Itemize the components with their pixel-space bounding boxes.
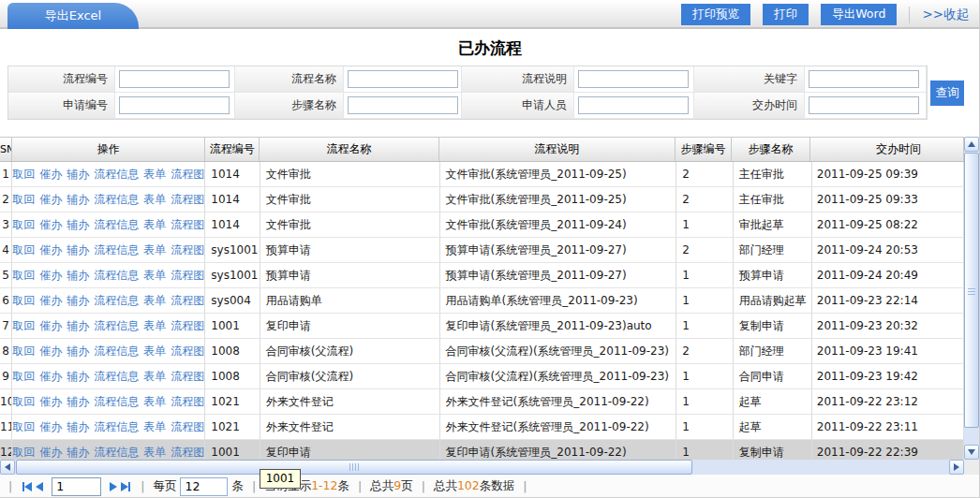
action-link-assist[interactable]: 辅办	[67, 263, 89, 287]
action-link-urge[interactable]: 催办	[39, 415, 62, 439]
action-link-flow-chart[interactable]: 流程图	[171, 212, 204, 237]
action-link-assist[interactable]: 辅办	[67, 440, 89, 460]
action-link-retrieve[interactable]: 取回	[12, 389, 35, 414]
first-page-button[interactable]	[21, 482, 34, 491]
action-link-process-info[interactable]: 流程信息	[94, 314, 139, 338]
action-link-flow-chart[interactable]: 流程图	[171, 263, 204, 287]
action-link-flow-chart[interactable]: 流程图	[171, 288, 204, 313]
export-word-button[interactable]: 导出Word	[821, 4, 897, 25]
scroll-left-button[interactable]	[0, 460, 15, 475]
action-link-retrieve[interactable]: 取回	[12, 339, 35, 363]
next-page-button[interactable]	[108, 482, 119, 491]
action-link-retrieve[interactable]: 取回	[12, 238, 35, 262]
apply-code-input[interactable]	[119, 96, 230, 114]
print-preview-button[interactable]: 打印预览	[681, 4, 750, 25]
collapse-link[interactable]: >>收起	[922, 7, 969, 23]
action-link-form[interactable]: 表单	[143, 389, 166, 414]
action-link-assist[interactable]: 辅办	[67, 389, 89, 414]
action-link-urge[interactable]: 催办	[39, 187, 62, 212]
action-link-assist[interactable]: 辅办	[67, 238, 89, 262]
action-link-retrieve[interactable]: 取回	[12, 263, 35, 287]
action-link-retrieve[interactable]: 取回	[12, 212, 35, 237]
process-code-input[interactable]	[119, 70, 230, 88]
action-link-urge[interactable]: 催办	[39, 339, 62, 363]
tab-export-excel[interactable]: 导出Excel	[7, 3, 139, 29]
action-link-urge[interactable]: 催办	[39, 314, 62, 338]
action-link-process-info[interactable]: 流程信息	[94, 415, 139, 439]
horizontal-scrollbar[interactable]	[0, 460, 964, 475]
action-link-retrieve[interactable]: 取回	[12, 314, 35, 338]
action-link-urge[interactable]: 催办	[39, 389, 62, 414]
process-desc-input[interactable]	[578, 70, 689, 88]
action-link-retrieve[interactable]: 取回	[12, 415, 35, 439]
action-link-flow-chart[interactable]: 流程图	[171, 440, 204, 460]
action-link-process-info[interactable]: 流程信息	[94, 263, 139, 287]
action-link-assist[interactable]: 辅办	[67, 162, 89, 186]
action-link-form[interactable]: 表单	[143, 162, 166, 186]
action-link-form[interactable]: 表单	[143, 415, 166, 439]
process-name-input[interactable]	[348, 70, 458, 88]
print-button[interactable]: 打印	[763, 4, 809, 25]
action-link-form[interactable]: 表单	[143, 440, 166, 460]
per-page-input[interactable]	[180, 477, 228, 496]
action-link-assist[interactable]: 辅办	[67, 364, 89, 388]
action-link-form[interactable]: 表单	[143, 187, 166, 212]
step-name-input[interactable]	[348, 96, 458, 114]
applicant-input[interactable]	[578, 96, 689, 114]
scroll-right-button[interactable]	[949, 460, 964, 475]
vertical-scroll-thumb[interactable]	[964, 153, 979, 428]
action-link-form[interactable]: 表单	[143, 339, 166, 363]
action-link-urge[interactable]: 催办	[39, 263, 62, 287]
action-link-process-info[interactable]: 流程信息	[94, 187, 139, 212]
action-link-process-info[interactable]: 流程信息	[94, 162, 139, 186]
action-link-form[interactable]: 表单	[143, 212, 166, 237]
action-link-flow-chart[interactable]: 流程图	[171, 339, 204, 363]
horizontal-scroll-thumb[interactable]	[16, 460, 692, 475]
action-link-retrieve[interactable]: 取回	[12, 440, 35, 460]
action-link-process-info[interactable]: 流程信息	[94, 440, 139, 460]
action-link-form[interactable]: 表单	[143, 238, 166, 262]
assign-time-input[interactable]	[809, 96, 919, 114]
action-link-flow-chart[interactable]: 流程图	[171, 187, 204, 212]
action-link-assist[interactable]: 辅办	[67, 314, 89, 338]
action-link-retrieve[interactable]: 取回	[12, 364, 35, 388]
action-link-assist[interactable]: 辅办	[67, 288, 89, 313]
action-link-flow-chart[interactable]: 流程图	[171, 314, 204, 338]
action-link-form[interactable]: 表单	[143, 314, 166, 338]
action-link-flow-chart[interactable]: 流程图	[171, 162, 204, 186]
action-link-flow-chart[interactable]: 流程图	[171, 415, 204, 439]
action-link-flow-chart[interactable]: 流程图	[171, 238, 204, 262]
action-link-assist[interactable]: 辅办	[67, 187, 89, 212]
scroll-down-button[interactable]	[964, 445, 979, 460]
prev-page-button[interactable]	[34, 482, 45, 491]
query-button[interactable]: 查询	[930, 81, 964, 106]
action-link-assist[interactable]: 辅办	[67, 212, 89, 237]
action-link-retrieve[interactable]: 取回	[12, 187, 35, 212]
action-link-urge[interactable]: 催办	[39, 212, 62, 237]
action-link-form[interactable]: 表单	[143, 263, 166, 287]
action-link-process-info[interactable]: 流程信息	[94, 389, 139, 414]
action-link-process-info[interactable]: 流程信息	[94, 238, 139, 262]
action-link-process-info[interactable]: 流程信息	[94, 339, 139, 363]
action-link-flow-chart[interactable]: 流程图	[171, 364, 204, 388]
action-link-retrieve[interactable]: 取回	[12, 162, 35, 186]
action-link-urge[interactable]: 催办	[39, 364, 62, 388]
action-link-form[interactable]: 表单	[143, 288, 166, 313]
action-link-process-info[interactable]: 流程信息	[94, 364, 139, 388]
action-link-assist[interactable]: 辅办	[67, 339, 89, 363]
action-link-process-info[interactable]: 流程信息	[94, 288, 139, 313]
vertical-scrollbar[interactable]	[964, 137, 979, 460]
last-page-button[interactable]	[119, 482, 132, 491]
action-link-urge[interactable]: 催办	[39, 288, 62, 313]
action-link-assist[interactable]: 辅办	[67, 415, 89, 439]
page-number-input[interactable]	[52, 477, 101, 496]
action-link-form[interactable]: 表单	[143, 364, 166, 388]
action-link-process-info[interactable]: 流程信息	[94, 212, 139, 237]
scroll-up-button[interactable]	[964, 137, 979, 152]
action-link-urge[interactable]: 催办	[39, 238, 62, 262]
action-link-urge[interactable]: 催办	[39, 162, 62, 186]
keyword-input[interactable]	[809, 70, 919, 88]
action-link-flow-chart[interactable]: 流程图	[171, 389, 204, 414]
action-link-urge[interactable]: 催办	[39, 440, 62, 460]
action-link-retrieve[interactable]: 取回	[12, 288, 35, 313]
